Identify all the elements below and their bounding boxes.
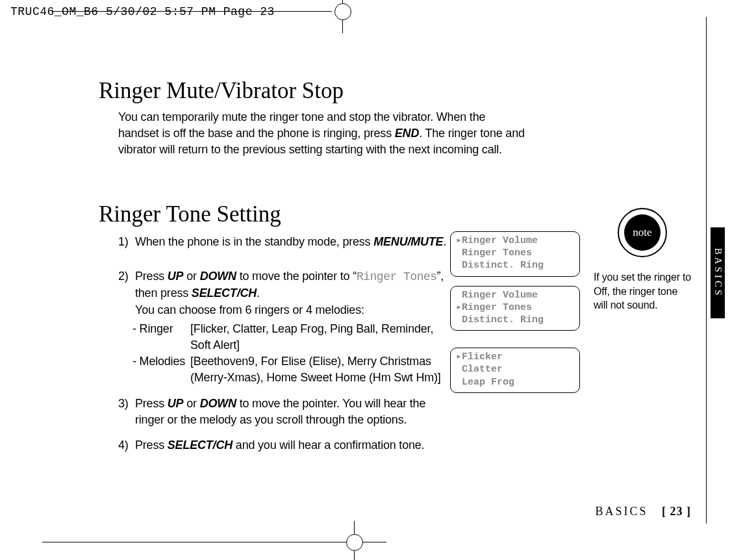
key-menu-mute: MENU/MUTE (373, 235, 443, 248)
text-fragment: Press (135, 397, 168, 410)
step-3: 3) Press UP or DOWN to move the pointer.… (118, 396, 456, 428)
key-select-ch: SELECT/CH (192, 286, 257, 299)
step-2: 2) Press UP or DOWN to move the pointer … (118, 268, 456, 386)
note-icon: note (618, 208, 667, 257)
text-fragment: and you will hear a confirmation tone. (233, 439, 424, 452)
lcd-screen-3: ▸Flicker Clatter Leap Frog (450, 348, 580, 393)
text-fragment: Press (135, 439, 168, 452)
step-number: 3) (118, 396, 129, 412)
footer-section: BASICS (595, 505, 648, 518)
manual-page: TRUC46_OM_B6 5/30/02 5:57 PM Page 23 BAS… (0, 0, 756, 560)
trim-line-right (706, 17, 707, 524)
lcd-screen-1: ▸Ringer Volume Ringer Tones Distinct. Ri… (450, 231, 580, 277)
text-fragment: Press (135, 270, 168, 283)
key-select-ch: SELECT/CH (168, 439, 233, 452)
lcd-line: ▸Ringer Tones (456, 301, 574, 314)
step-number: 1) (118, 234, 129, 250)
key-up: UP (168, 270, 184, 283)
section-side-tab: BASICS (711, 227, 725, 318)
text-fragment: When the phone is in the standby mode, p… (135, 235, 373, 248)
lcd-line: Ringer Tones (456, 247, 574, 259)
table-row: - Ringer [Flicker, Clatter, Leap Frog, P… (132, 321, 456, 353)
lcd-line: Distinct. Ring (456, 314, 574, 326)
option-values: [Beethoven9, For Elise (Elise), Merry Ch… (190, 353, 456, 386)
option-values: [Flicker, Clatter, Leap Frog, Ping Ball,… (190, 321, 456, 353)
paragraph-ringer-mute: You can temporarily mute the ringer tone… (118, 109, 527, 159)
footer-page-number: [ 23 ] (662, 505, 691, 518)
step-number: 4) (118, 437, 129, 453)
option-label: - Melodies (132, 353, 190, 386)
registration-mark-top (324, 0, 363, 24)
lcd-line: Leap Frog (456, 376, 574, 388)
lcd-line: Distinct. Ring (456, 259, 574, 272)
text-fragment: . (257, 286, 260, 299)
heading-ringer-mute: Ringer Mute/Vibrator Stop (99, 78, 592, 104)
note-text: If you set the ringer to Off, the ringer… (594, 270, 691, 312)
step-4: 4) Press SELECT/CH and you will hear a c… (118, 437, 456, 453)
side-tab-label: BASICS (712, 248, 724, 298)
steps-list: 1) When the phone is in the standby mode… (118, 234, 456, 453)
lcd-line: Clatter (456, 363, 574, 375)
lcd-screen-2: Ringer Volume▸Ringer Tones Distinct. Rin… (450, 286, 580, 331)
lcd-line: Ringer Volume (456, 289, 574, 301)
text-fragment: or (183, 270, 199, 283)
lcd-inline-text: Ringer Tones (357, 270, 437, 283)
lcd-line: ▸Ringer Volume (456, 235, 574, 247)
text-fragment: . (443, 235, 446, 248)
registration-mark-bottom (320, 522, 392, 560)
lcd-screens: ▸Ringer Volume Ringer Tones Distinct. Ri… (450, 231, 580, 402)
option-label: - Ringer (132, 321, 190, 353)
text-fragment: You can choose from 6 ringers or 4 melod… (135, 303, 364, 316)
lcd-line: ▸Flicker (456, 351, 574, 363)
section-ringer-mute: Ringer Mute/Vibrator Stop You can tempor… (99, 78, 592, 159)
table-row: - Melodies [Beethoven9, For Elise (Elise… (132, 353, 456, 386)
key-end: END (395, 127, 419, 140)
heading-ringer-tone: Ringer Tone Setting (99, 201, 592, 227)
page-footer: BASICS [ 23 ] (595, 505, 691, 518)
print-slugline: TRUC46_OM_B6 5/30/02 5:57 PM Page 23 (10, 5, 275, 18)
key-down: DOWN (200, 270, 236, 283)
text-fragment: or (183, 397, 199, 410)
note-icon-label: note (624, 214, 661, 251)
step-1: 1) When the phone is in the standby mode… (118, 234, 456, 250)
text-fragment: to move the pointer to “ (236, 270, 357, 283)
key-down: DOWN (200, 397, 236, 410)
options-table: - Ringer [Flicker, Clatter, Leap Frog, P… (132, 321, 456, 387)
key-up: UP (168, 397, 184, 410)
step-number: 2) (118, 268, 129, 285)
note-callout: note If you set the ringer to Off, the r… (594, 208, 691, 312)
